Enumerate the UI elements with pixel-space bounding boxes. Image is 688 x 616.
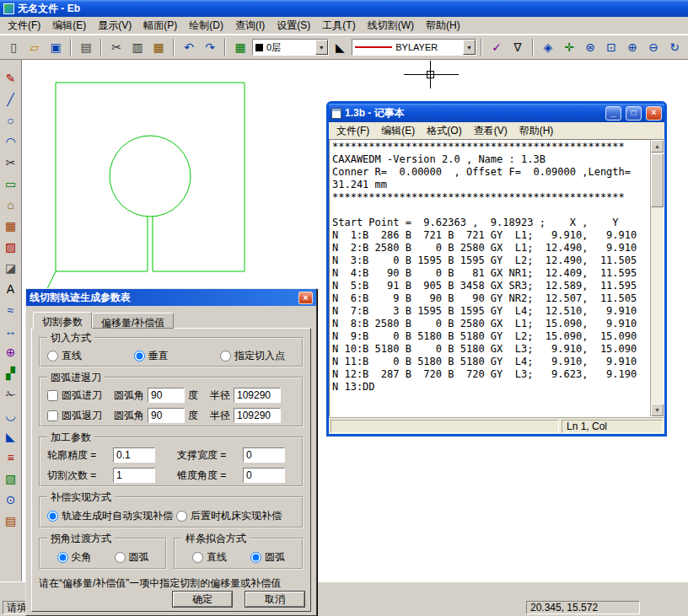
scrollbar-thumb[interactable] (651, 153, 664, 207)
scissors-tool-icon[interactable]: ✂ (2, 153, 20, 172)
zoom-tool-icon[interactable]: ⊙ (2, 490, 20, 509)
block-tool-icon[interactable]: ▦ (2, 216, 20, 235)
scroll-down-icon[interactable]: ▼ (651, 404, 664, 416)
array-tool-icon[interactable]: ▞ (2, 363, 20, 383)
arc-in-angle-input[interactable] (148, 388, 185, 403)
rectangle-tool-icon[interactable]: ▭ (2, 174, 20, 193)
trim-tool-icon[interactable]: ✁ (2, 384, 20, 404)
menu-item[interactable]: 线切割(W) (362, 17, 420, 35)
text-tool-icon[interactable]: A (2, 279, 20, 298)
node-edit-icon[interactable]: ⊕ (2, 342, 20, 362)
redo-icon[interactable]: ↷ (200, 38, 220, 56)
cutin-vertical-radio[interactable] (134, 351, 145, 362)
hatch-tool-icon[interactable]: ▧ (2, 469, 20, 488)
taper-angle-input[interactable] (243, 468, 285, 483)
arc-out-checkbox[interactable] (47, 410, 58, 421)
color-picker-button[interactable]: ◣ (331, 38, 351, 56)
spline-arc-option[interactable]: 圆弧 (250, 550, 285, 565)
notepad-editor[interactable]: ****************************************… (329, 139, 664, 417)
minimize-button[interactable]: _ (605, 106, 621, 121)
cancel-button[interactable]: 取消 (245, 591, 305, 608)
layers-icon[interactable]: ▦ (230, 38, 250, 56)
layer-select[interactable]: 0层 ▼ (252, 39, 329, 56)
save-file-icon[interactable]: ▣ (46, 38, 66, 56)
arc-tool-icon[interactable]: ◠ (2, 131, 20, 151)
home-view-icon[interactable]: ⌂ (2, 195, 20, 214)
offset-tool-icon[interactable]: ≡ (2, 447, 20, 467)
cutin-line-option[interactable]: 直线 (47, 349, 82, 363)
paste-icon[interactable]: ▦ (148, 38, 169, 56)
notepad-titlebar[interactable]: 1.3b - 记事本 _ □ × (329, 104, 664, 122)
menu-item[interactable]: 帮助(H) (420, 17, 466, 35)
menu-item[interactable]: 显示(V) (92, 17, 137, 35)
cutin-vertical-option[interactable]: 垂直 (134, 349, 169, 363)
new-file-icon[interactable]: ▯ (3, 38, 24, 56)
dimension-tool-icon[interactable]: ↔ (2, 321, 20, 340)
nabla-tool-icon[interactable]: ∇ (508, 38, 528, 56)
tab-offset-comp[interactable]: 偏移量/补偿值 (92, 313, 174, 329)
arc-in-option[interactable]: 圆弧进刀 (47, 388, 102, 403)
comp-post-option[interactable]: 后置时机床实现补偿 (176, 509, 282, 523)
print-icon[interactable]: ▤ (76, 38, 96, 56)
maximize-button[interactable]: □ (626, 106, 642, 121)
menu-item[interactable]: 帮助(H) (513, 122, 560, 140)
vertical-scrollbar[interactable]: ▲ ▼ (650, 140, 664, 416)
contour-precision-input[interactable] (113, 447, 155, 463)
sketch-pencil-icon[interactable]: ✎ (2, 68, 20, 88)
corner-arc-option[interactable]: 圆弧 (115, 550, 149, 565)
chevron-down-icon[interactable]: ▼ (315, 40, 328, 55)
menu-item[interactable]: 查看(V) (468, 122, 513, 140)
chamfer-tool-icon[interactable]: ◣ (2, 426, 20, 446)
circle-tool-icon[interactable]: ○ (2, 110, 20, 130)
menu-item[interactable]: 设置(S) (271, 17, 316, 35)
chevron-down-icon[interactable]: ▼ (463, 40, 476, 55)
zoom-in-icon[interactable]: ⊕ (622, 38, 642, 56)
menu-item[interactable]: 绘制(D) (183, 17, 229, 35)
close-button[interactable]: × (298, 292, 313, 304)
menu-item[interactable]: 编辑(E) (46, 17, 92, 35)
zoom-dynamic-icon[interactable]: ⊛ (580, 38, 600, 56)
menu-item[interactable]: 幅面(P) (137, 17, 183, 35)
fill-tool-icon[interactable]: ▨ (2, 237, 20, 256)
arc-in-checkbox[interactable] (47, 390, 58, 401)
tab-cut-params[interactable]: 切割参数 (33, 312, 92, 329)
style-check-icon[interactable]: ✓ (486, 38, 507, 56)
scroll-up-icon[interactable]: ▲ (651, 140, 664, 153)
menu-item[interactable]: 文件(F) (331, 122, 375, 140)
menu-item[interactable]: 文件(F) (2, 17, 46, 35)
refresh-view-icon[interactable]: ↻ (664, 38, 685, 56)
corner-arc-radio[interactable] (115, 552, 126, 563)
pan-view-icon[interactable]: ✛ (559, 38, 579, 56)
corner-sharp-radio[interactable] (57, 552, 68, 563)
cut-icon[interactable]: ✂ (106, 38, 126, 56)
arc-in-radius-input[interactable] (234, 388, 281, 403)
eraser-tool-icon[interactable]: ◪ (2, 258, 20, 277)
cutin-point-radio[interactable] (220, 351, 231, 362)
open-file-icon[interactable]: ▱ (24, 38, 45, 56)
spline-line-radio[interactable] (192, 552, 203, 563)
menu-item[interactable]: 工具(T) (316, 17, 361, 35)
corner-sharp-option[interactable]: 尖角 (57, 550, 92, 565)
arc-out-radius-input[interactable] (234, 408, 281, 423)
notepad-text[interactable]: ****************************************… (330, 140, 650, 416)
menu-item[interactable]: 格式(O) (421, 122, 467, 140)
zoom-out-icon[interactable]: ⊖ (643, 38, 664, 56)
ok-button[interactable]: 确定 (172, 591, 233, 608)
arc-out-angle-input[interactable] (148, 408, 185, 423)
app-titlebar[interactable]: 无名文件 - Eb (0, 0, 688, 17)
arc-out-option[interactable]: 圆弧退刀 (47, 409, 102, 423)
spline-line-option[interactable]: 直线 (192, 550, 227, 565)
close-button[interactable]: × (646, 106, 662, 121)
cut-times-input[interactable] (113, 468, 155, 483)
linestyle-select[interactable]: BYLAYER ▼ (352, 39, 476, 56)
comp-auto-radio[interactable] (47, 511, 58, 522)
support-width-input[interactable] (243, 447, 285, 463)
line-tool-icon[interactable]: ╱ (2, 89, 20, 109)
show-all-icon[interactable]: ◈ (538, 38, 558, 56)
undo-icon[interactable]: ↶ (179, 38, 199, 56)
copy-icon[interactable]: ▥ (127, 38, 148, 56)
comp-post-radio[interactable] (176, 511, 187, 522)
menu-item[interactable]: 查询(I) (229, 17, 271, 35)
spline-tool-icon[interactable]: ≈ (2, 300, 20, 319)
dialog-titlebar[interactable]: 线切割轨迹生成参数表 × (26, 289, 316, 306)
